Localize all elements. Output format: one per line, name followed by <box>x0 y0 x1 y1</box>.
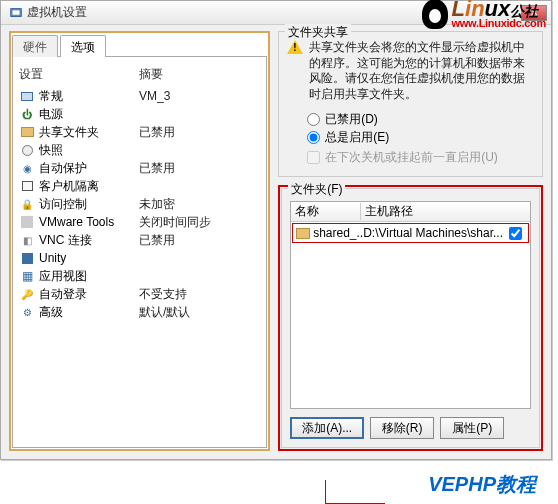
list-item[interactable]: ⏻电源 <box>17 105 262 123</box>
col-setting: 设置 <box>19 66 139 83</box>
warning-icon <box>287 40 303 54</box>
option-name: 客户机隔离 <box>39 178 139 195</box>
adv-icon: ⚙ <box>19 304 35 320</box>
guest-icon <box>19 178 35 194</box>
option-name: 电源 <box>39 106 139 123</box>
list-item[interactable]: 共享文件夹已禁用 <box>17 123 262 141</box>
tabs: 硬件 选项 <box>12 34 267 56</box>
tab-options[interactable]: 选项 <box>60 35 106 57</box>
list-item[interactable]: 快照 <box>17 141 262 159</box>
lock-icon: 🔒 <box>19 196 35 212</box>
list-item[interactable]: ▦应用视图 <box>17 267 262 285</box>
option-name: 快照 <box>39 142 139 159</box>
option-value: 默认/默认 <box>139 304 260 321</box>
vm-settings-window: 虚拟机设置 ✕ 硬件 选项 设置 摘要 常规VM_3⏻电源共享文件夹已禁用快照◉… <box>0 0 552 460</box>
option-value: 已禁用 <box>139 124 260 141</box>
option-value: 已禁用 <box>139 232 260 249</box>
list-item[interactable]: ◉自动保护已禁用 <box>17 159 262 177</box>
list-item[interactable]: Unity <box>17 249 262 267</box>
folder-row[interactable]: shared_...D:\Virtual Machines\shar... <box>292 223 529 243</box>
check-until-shutdown: 在下次关机或挂起前一直启用(U) <box>307 148 534 166</box>
group-title-sharing: 文件夹共享 <box>285 24 351 41</box>
folder-name: shared_... <box>313 226 363 240</box>
add-button[interactable]: 添加(A)... <box>290 417 364 439</box>
app-icon <box>9 6 23 20</box>
options-list-panel: 设置 摘要 常规VM_3⏻电源共享文件夹已禁用快照◉自动保护已禁用客户机隔离🔒访… <box>12 56 267 448</box>
list-item[interactable]: ⚙高级默认/默认 <box>17 303 262 321</box>
svg-rect-1 <box>13 10 20 14</box>
remove-button[interactable]: 移除(R) <box>370 417 434 439</box>
option-name: VNC 连接 <box>39 232 139 249</box>
appv-icon: ▦ <box>19 268 35 284</box>
option-name: 访问控制 <box>39 196 139 213</box>
site-logo: Linux公社 www.Linuxidc.com <box>422 0 546 29</box>
col-summary: 摘要 <box>139 66 260 83</box>
list-item[interactable]: VMware Tools关闭时间同步 <box>17 213 262 231</box>
radio-always-enabled[interactable]: 总是启用(E) <box>307 128 534 146</box>
list-item[interactable]: 客户机隔离 <box>17 177 262 195</box>
folder-path: D:\Virtual Machines\shar... <box>363 226 503 240</box>
unity-icon <box>19 250 35 266</box>
annotation-bracket <box>325 480 385 504</box>
option-name: 高级 <box>39 304 139 321</box>
folders-group-highlight: 文件夹(F) 名称 主机路径 shared_...D:\Virtual Mach… <box>278 185 543 451</box>
right-pane: 文件夹共享 共享文件夹会将您的文件显示给虚拟机中的程序。这可能为您的计算机和数据… <box>278 31 543 451</box>
auto-icon: 🔑 <box>19 286 35 302</box>
list-item[interactable]: 常规VM_3 <box>17 87 262 105</box>
power-icon: ⏻ <box>19 106 35 122</box>
option-name: 应用视图 <box>39 268 139 285</box>
footer-watermark: VEPHP教程 <box>428 471 536 498</box>
option-name: 自动登录 <box>39 286 139 303</box>
properties-button[interactable]: 属性(P) <box>440 417 504 439</box>
option-value: 不受支持 <box>139 286 260 303</box>
list-item[interactable]: 🔒访问控制未加密 <box>17 195 262 213</box>
option-name: 自动保护 <box>39 160 139 177</box>
list-item[interactable]: ◧VNC 连接已禁用 <box>17 231 262 249</box>
warning-text: 共享文件夹会将您的文件显示给虚拟机中的程序。这可能为您的计算机和数据带来风险。请… <box>309 40 534 102</box>
folder-enabled-checkbox[interactable] <box>509 227 522 240</box>
shield-icon: ◉ <box>19 160 35 176</box>
monitor-icon <box>19 88 35 104</box>
option-value: 未加密 <box>139 196 260 213</box>
option-name: 常规 <box>39 88 139 105</box>
col-host-path[interactable]: 主机路径 <box>361 203 530 220</box>
col-folder-name[interactable]: 名称 <box>291 203 361 220</box>
folder-sharing-group: 文件夹共享 共享文件夹会将您的文件显示给虚拟机中的程序。这可能为您的计算机和数据… <box>278 31 543 177</box>
logo-url: www.Linuxidc.com <box>452 18 546 29</box>
tab-hardware[interactable]: 硬件 <box>12 35 58 57</box>
radio-disabled[interactable]: 已禁用(D) <box>307 110 534 128</box>
option-name: Unity <box>39 251 139 265</box>
snap-icon <box>19 142 35 158</box>
folders-listview[interactable]: 名称 主机路径 shared_...D:\Virtual Machines\sh… <box>290 201 531 409</box>
option-name: VMware Tools <box>39 215 139 229</box>
penguin-icon <box>422 0 448 29</box>
option-name: 共享文件夹 <box>39 124 139 141</box>
folder-icon <box>296 228 310 239</box>
vmt-icon <box>19 214 35 230</box>
vnc-icon: ◧ <box>19 232 35 248</box>
folder-icon <box>19 124 35 140</box>
group-title-folders: 文件夹(F) <box>288 181 345 198</box>
option-value: 关闭时间同步 <box>139 214 260 231</box>
left-pane: 硬件 选项 设置 摘要 常规VM_3⏻电源共享文件夹已禁用快照◉自动保护已禁用客… <box>9 31 270 451</box>
list-item[interactable]: 🔑自动登录不受支持 <box>17 285 262 303</box>
option-value: VM_3 <box>139 89 260 103</box>
option-value: 已禁用 <box>139 160 260 177</box>
